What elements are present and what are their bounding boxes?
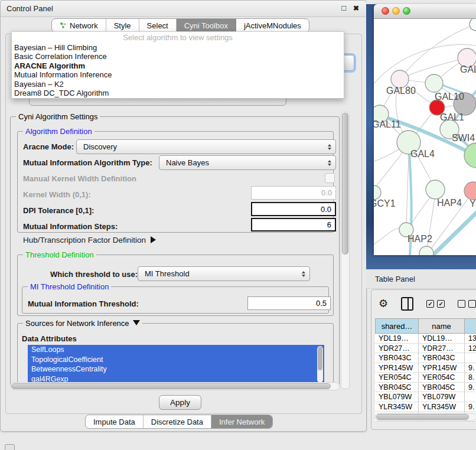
node-label: GAL80 — [386, 86, 416, 96]
column-header[interactable]: shared… — [375, 318, 419, 334]
network-node[interactable] — [419, 246, 433, 255]
table-row[interactable]: YER054CYER054C8. — [375, 373, 476, 383]
tab-label: jActiveMNodules — [244, 21, 301, 30]
network-window: GALGAL80GAL10GAL1GAL11SWI4GAL4GCY1HAP4YH… — [374, 4, 476, 255]
algorithm-definition-title: Algorithm Definition — [23, 127, 94, 136]
table-row[interactable]: YDL19…YDL19…13 — [375, 334, 476, 344]
mi-algorithm-type-combobox[interactable]: Naive Bayes — [159, 155, 336, 170]
aracne-mode-combobox[interactable]: Discovery — [76, 139, 336, 154]
table-cell — [465, 392, 476, 402]
dpi-tolerance-label: DPI Tolerance [0,1]: — [23, 206, 94, 215]
algorithm-option[interactable]: Basic Correlation Inference — [12, 52, 344, 61]
table-cell: YLR345W — [419, 402, 465, 412]
node-label: HAP2 — [407, 234, 432, 244]
kernel-width-field[interactable]: 0.0 — [251, 186, 336, 200]
table-panel-title: Table Panel — [375, 275, 415, 283]
table-row[interactable]: YPR145WYPR145W9. — [375, 363, 476, 373]
spinner-arrows-icon — [328, 144, 331, 150]
column-header[interactable]: A — [465, 318, 476, 334]
network-node[interactable] — [470, 19, 476, 31]
tab-style[interactable]: Style — [106, 19, 139, 32]
table-horizontal-scrollbar[interactable] — [375, 413, 476, 420]
data-attributes-list[interactable]: SelfLoopsTopologicalCoefficientBetweenne… — [28, 345, 324, 384]
aracne-mode-value: Discovery — [83, 142, 328, 151]
table-row[interactable]: YBL079WYBL079W — [375, 392, 476, 402]
table-header-row: shared…nameA — [375, 318, 476, 334]
zoom-traffic-light-icon[interactable] — [403, 7, 410, 15]
tab-impute-data[interactable]: Impute Data — [86, 415, 144, 428]
tab-infer-network[interactable]: Infer Network — [211, 415, 272, 428]
which-threshold-label: Which threshold to use: — [50, 270, 138, 279]
network-node-gcy1[interactable] — [374, 185, 381, 200]
network-node-hap4[interactable] — [426, 180, 445, 199]
network-node-gal10[interactable] — [425, 74, 443, 92]
node-label: GAL11 — [374, 119, 401, 129]
minimize-traffic-light-icon[interactable] — [392, 7, 400, 15]
mi-steps-field[interactable]: 6 — [251, 218, 336, 231]
table-row[interactable]: YBR045CYBR045C9. — [375, 383, 476, 393]
algorithm-popup-list: Bayesian – Hill ClimbingBasic Correlatio… — [12, 43, 344, 97]
table-cell: YDL19… — [419, 334, 465, 344]
close-traffic-light-icon[interactable] — [382, 7, 389, 15]
settings-vertical-scrollbar[interactable] — [341, 112, 350, 389]
algorithm-option[interactable]: Mutual Information Inference — [12, 70, 344, 79]
unchecked-pair-icon[interactable] — [458, 300, 476, 308]
mi-threshold-field[interactable]: 0.5 — [247, 296, 331, 310]
network-graph: GALGAL80GAL10GAL1GAL11SWI4GAL4GCY1HAP4YH… — [374, 19, 476, 255]
float-icon[interactable]: □ — [341, 5, 346, 12]
tab-select[interactable]: Select — [139, 19, 177, 32]
table-row[interactable]: YBR043CYBR043C — [375, 353, 476, 363]
table-row[interactable]: YDR27…YDR27…12 — [375, 344, 476, 354]
table-cell: 12 — [465, 344, 476, 354]
which-threshold-combobox[interactable]: MI Threshold — [138, 266, 310, 281]
sources-title[interactable]: Sources for Network Inference — [23, 319, 142, 328]
table-cell: YER054C — [419, 373, 465, 383]
control-panel-tabbar: NetworkStyleSelectCyni ToolboxjActiveMNo… — [51, 18, 309, 32]
tab-cyni-toolbox[interactable]: Cyni Toolbox — [177, 19, 236, 32]
algorithm-option[interactable]: Dream8 DC_TDC Algorithm — [12, 89, 344, 97]
gear-icon[interactable]: ⚙ — [379, 297, 388, 310]
settings-horizontal-scrollbar[interactable] — [10, 382, 340, 390]
table-row[interactable]: YLR345WYLR345W9. — [375, 402, 476, 412]
spinner-arrows-icon — [328, 160, 331, 166]
table-toolbar: ⚙ ✓✓ — [375, 296, 476, 311]
expander-down-icon — [133, 320, 140, 325]
mi-threshold-label: Mutual Information Threshold: — [28, 299, 139, 308]
table-cell: YPR145W — [419, 363, 465, 373]
node-label: GAL4 — [410, 149, 435, 159]
algorithm-option[interactable]: ARACNE Algorithm — [12, 61, 344, 70]
table-cell: YBL079W — [375, 392, 419, 402]
node-table[interactable]: shared…nameAYDL19…YDL19…13YDR27…YDR27…12… — [375, 318, 476, 422]
table-cell: 9. — [465, 363, 476, 373]
column-split-icon[interactable] — [401, 297, 413, 311]
data-attribute-item[interactable]: BetweennessCentrality — [28, 364, 324, 374]
tab-label: Style — [114, 21, 131, 30]
column-header[interactable]: name — [419, 318, 465, 334]
table-cell: YBR043C — [375, 353, 419, 363]
list-scrollbar[interactable] — [317, 346, 323, 383]
network-node[interactable] — [464, 143, 476, 168]
manual-kernel-width-checkbox[interactable] — [325, 173, 335, 183]
checked-pair-icon[interactable]: ✓✓ — [426, 300, 445, 308]
data-attribute-item[interactable]: SelfLoops — [28, 345, 324, 355]
table-cell: YBR043C — [419, 353, 465, 363]
dpi-tolerance-field[interactable]: 0.0 — [251, 202, 336, 216]
table-cell: YBR045C — [375, 383, 419, 393]
data-attribute-item[interactable]: TopologicalCoefficient — [28, 355, 324, 365]
tab-discretize-data[interactable]: Discretize Data — [144, 415, 211, 428]
top-strip — [366, 0, 476, 4]
node-label: GCY1 — [374, 198, 396, 208]
algorithm-option[interactable]: Bayesian – Hill Climbing — [12, 43, 344, 52]
close-icon[interactable]: ✖ — [353, 5, 359, 12]
network-node-y[interactable] — [464, 182, 476, 200]
tab-network[interactable]: Network — [52, 19, 106, 32]
algorithm-option[interactable]: Bayesian – K2 — [12, 80, 344, 89]
table-cell: YER054C — [375, 373, 419, 383]
tab-jactivemnodules[interactable]: jActiveMNodules — [236, 19, 309, 32]
minimized-panel-icon[interactable] — [5, 444, 15, 450]
network-canvas[interactable]: GALGAL80GAL10GAL1GAL11SWI4GAL4GCY1HAP4YH… — [374, 19, 476, 255]
hub-definition-expander[interactable]: Hub/Transcription Factor Definition — [23, 236, 156, 244]
table-cell: YPR145W — [375, 363, 419, 373]
table-cell: 13 — [465, 334, 476, 344]
apply-button[interactable]: Apply — [159, 395, 201, 410]
